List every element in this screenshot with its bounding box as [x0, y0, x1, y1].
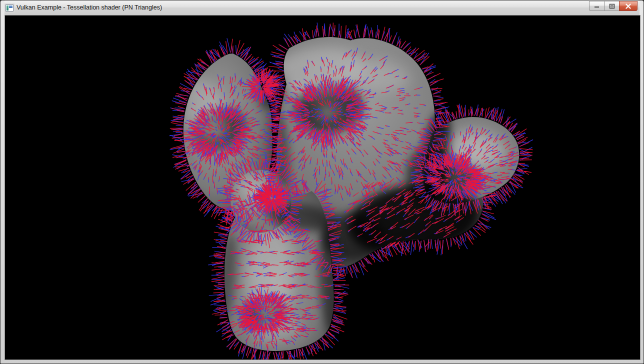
close-icon [625, 4, 632, 9]
render-viewport[interactable] [4, 15, 640, 360]
maximize-button[interactable] [604, 1, 620, 11]
maximize-icon [609, 4, 615, 9]
window-title: Vulkan Example - Tessellation shader (PN… [16, 0, 162, 15]
app-icon [6, 4, 14, 12]
close-button[interactable] [619, 1, 638, 11]
minimize-icon [594, 4, 600, 8]
titlebar[interactable]: Vulkan Example - Tessellation shader (PN… [4, 0, 640, 15]
window-controls [589, 1, 638, 11]
tessellation-model-render [5, 16, 640, 360]
minimize-button[interactable] [589, 1, 604, 11]
app-window: Vulkan Example - Tessellation shader (PN… [0, 0, 644, 364]
